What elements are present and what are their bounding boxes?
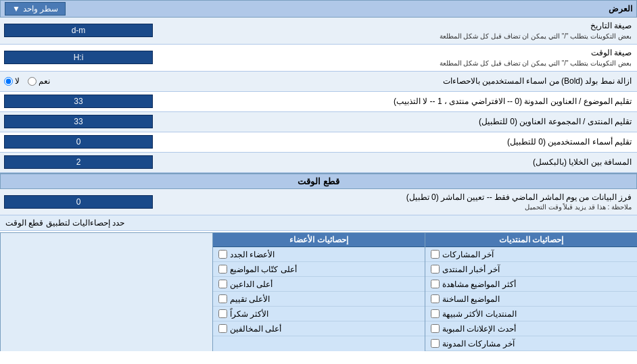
- latest-classifieds-checkbox[interactable]: [431, 324, 440, 333]
- most-viewed-checkbox[interactable]: [431, 280, 440, 288]
- dropdown-arrow-icon: ▼: [12, 4, 20, 14]
- topics-titles-input-cell: [0, 93, 189, 110]
- checkbox-item: أحدث الإعلانات المبوبة: [425, 321, 637, 336]
- limit-row: حدد إحصاءاليات لتطبيق قطع الوقت: [0, 215, 637, 231]
- remove-bold-row: ازالة نمط بولد (Bold) من اسماء المستخدمي…: [0, 72, 637, 92]
- page-wrapper: العرض سطر واحد ▼ صيغة التاريخ بعض التكوي…: [0, 0, 637, 364]
- time-format-row: صيغة الوقت بعض التكوينات يتطلب "/" التي …: [0, 45, 637, 72]
- filter-input-cell: [0, 193, 189, 211]
- date-format-label: صيغة التاريخ بعض التكوينات يتطلب "/" الت…: [189, 18, 637, 44]
- checkbox-item: آخر مشاركات المدونة: [425, 336, 637, 351]
- spacing-row: المسافة بين الخلايا (بالبكسل): [0, 153, 637, 173]
- date-format-input[interactable]: [4, 24, 153, 37]
- usernames-input-cell: [0, 133, 189, 151]
- radio-no: لا: [4, 76, 20, 86]
- header-row: العرض سطر واحد ▼: [0, 0, 637, 18]
- date-format-row: صيغة التاريخ بعض التكوينات يتطلب "/" الت…: [0, 18, 637, 45]
- spacing-input-cell: [0, 153, 189, 171]
- bold-no-radio[interactable]: [4, 77, 13, 86]
- checkbox-item: أعلى الداعين: [213, 277, 425, 292]
- right-col: -: [0, 233, 212, 351]
- spacing-input[interactable]: [4, 155, 153, 169]
- most-thanked-checkbox[interactable]: [218, 309, 227, 318]
- forum-news-checkbox[interactable]: [431, 265, 440, 274]
- usernames-row: تقليم أسماء المستخدمين (0 للتطبيل): [0, 132, 637, 153]
- forum-stats-header: إحصائيات المنتديات: [425, 233, 637, 247]
- topics-titles-input[interactable]: [4, 95, 153, 108]
- topics-titles-label: تقليم الموضوع / العناوين المدونة (0 -- ا…: [189, 93, 637, 110]
- filter-row: فرز البيانات من يوم الماشر الماضي فقط --…: [0, 189, 637, 216]
- usernames-label: تقليم أسماء المستخدمين (0 للتطبيل): [189, 134, 637, 151]
- date-format-input-cell: [0, 22, 189, 39]
- time-format-label: صيغة الوقت بعض التكوينات يتطلب "/" التي …: [189, 45, 637, 71]
- checkbox-item: آخر أخبار المنتدى: [425, 262, 637, 277]
- checkbox-area: إحصائيات المنتديات آخر المشاركات آخر أخب…: [0, 232, 637, 351]
- checkbox-item: أعلى كتّاب المواضيع: [213, 262, 425, 277]
- top-rated-checkbox[interactable]: [218, 294, 227, 303]
- filter-input[interactable]: [4, 195, 153, 209]
- page-title: العرض: [66, 4, 632, 14]
- checkbox-item: أكثر المواضيع مشاهدة: [425, 277, 637, 292]
- topics-titles-row: تقليم الموضوع / العناوين المدونة (0 -- ا…: [0, 92, 637, 112]
- time-format-input[interactable]: [4, 51, 153, 64]
- similar-forums-checkbox[interactable]: [431, 309, 440, 318]
- top-infractors-checkbox[interactable]: [218, 324, 227, 333]
- forum-titles-input-cell: [0, 113, 189, 130]
- forum-titles-input[interactable]: [4, 115, 153, 128]
- checkbox-item: الأكثر شكراً: [213, 307, 425, 321]
- remove-bold-radio-cell: نعم لا: [0, 74, 189, 88]
- display-dropdown-btn[interactable]: سطر واحد ▼: [5, 2, 66, 16]
- new-members-checkbox[interactable]: [218, 250, 227, 259]
- remove-bold-label: ازالة نمط بولد (Bold) من اسماء المستخدمي…: [189, 73, 637, 90]
- top-referrers-checkbox[interactable]: [218, 280, 227, 288]
- checkbox-item: المنتديات الأكثر شبيهة: [425, 307, 637, 321]
- forum-titles-row: تقليم المنتدى / المجموعة العناوين (0 للت…: [0, 112, 637, 132]
- radio-yes: نعم: [28, 76, 50, 86]
- forum-titles-label: تقليم المنتدى / المجموعة العناوين (0 للت…: [189, 113, 637, 130]
- bold-yes-radio[interactable]: [28, 77, 37, 86]
- usernames-input[interactable]: [4, 135, 153, 149]
- checkbox-item: المواضيع الساخنة: [425, 292, 637, 307]
- blog-posts-checkbox[interactable]: [431, 339, 440, 348]
- forum-stats-col: إحصائيات المنتديات آخر المشاركات آخر أخب…: [425, 233, 637, 351]
- spacing-label: المسافة بين الخلايا (بالبكسل): [189, 154, 637, 171]
- cutoff-section-header: قطع الوقت: [0, 173, 637, 189]
- checkbox-item: أعلى المخالفين: [213, 321, 425, 336]
- checkbox-item: الأعلى تقييم: [213, 292, 425, 307]
- time-format-input-cell: [0, 49, 189, 66]
- dropdown-label: سطر واحد: [23, 4, 58, 14]
- checkbox-item: آخر المشاركات: [425, 247, 637, 262]
- hot-topics-checkbox[interactable]: [431, 294, 440, 303]
- top-posters-checkbox[interactable]: [218, 265, 227, 274]
- member-stats-header: إحصائيات الأعضاء: [213, 233, 425, 247]
- last-posts-checkbox[interactable]: [431, 250, 440, 259]
- checkbox-item: الأعضاء الجدد: [213, 247, 425, 262]
- member-stats-col: إحصائيات الأعضاء الأعضاء الجدد أعلى كتّا…: [212, 233, 425, 351]
- filter-label: فرز البيانات من يوم الماشر الماضي فقط --…: [189, 189, 637, 215]
